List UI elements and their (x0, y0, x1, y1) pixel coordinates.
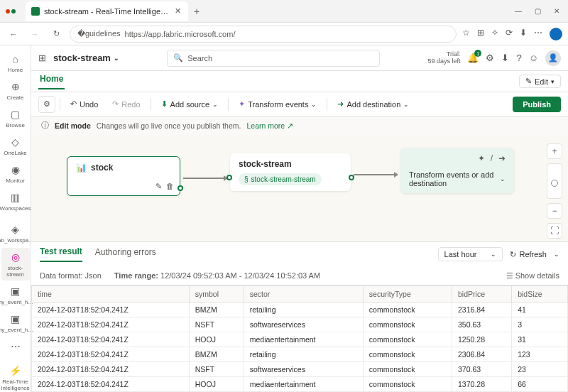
undo-button[interactable]: ↶Undo (65, 97, 104, 111)
chart-icon: 📊 (76, 163, 87, 173)
column-header[interactable]: securityType (363, 286, 452, 303)
tab-home[interactable]: Home (38, 74, 65, 89)
learn-more-link[interactable]: Learn more ↗ (246, 121, 293, 130)
forward-icon: → (27, 26, 43, 42)
minimize-icon[interactable]: — (515, 7, 522, 15)
table-row[interactable]: 2024-12-03T18:52:04.241ZBMZMretailingcom… (32, 303, 568, 317)
collapse-icon[interactable]: ⌄ (554, 251, 559, 258)
collections-icon[interactable]: ⊞ (477, 28, 484, 40)
close-tab-icon[interactable]: ✕ (173, 6, 182, 16)
rail-more[interactable]: ⋯ (1, 337, 30, 356)
table-row[interactable]: 2024-12-03T18:52:04.241ZHOOJmediaenterta… (32, 377, 568, 392)
column-header[interactable]: symbol (189, 286, 244, 303)
delete-node-icon[interactable]: 🗑 (166, 182, 174, 191)
download-icon[interactable]: ⬇ (501, 53, 509, 63)
close-window-icon[interactable]: ✕ (554, 7, 559, 15)
zoom-out-button[interactable]: − (547, 203, 562, 219)
profile-icon[interactable] (550, 28, 562, 40)
app-launcher-icon[interactable]: ⊞ (38, 53, 46, 63)
edit-node-icon[interactable]: ✎ (155, 182, 162, 191)
node-stock[interactable]: 📊stock ✎🗑 (67, 156, 180, 196)
connector-1 (183, 178, 227, 179)
results-table[interactable]: timesymbolsectorsecurityTypebidPricebidS… (31, 285, 568, 392)
refresh-button[interactable]: ↻Refresh (510, 250, 547, 259)
publish-button[interactable]: Publish (513, 97, 561, 112)
settings-icon[interactable]: ⚙ (486, 53, 494, 63)
transform-button[interactable]: ✦Transform events⌄ (233, 97, 322, 111)
rail-create[interactable]: ⊕Create (1, 77, 30, 104)
edit-button[interactable]: ✎Edit▾ (519, 75, 561, 88)
address-bar: ← → ↻ �guidelines https://app.fabric.mic… (0, 23, 568, 45)
back-icon[interactable]: ← (6, 26, 21, 42)
output-port[interactable] (349, 175, 354, 180)
output-port[interactable] (178, 185, 183, 191)
pencil-icon: ✎ (525, 77, 532, 86)
url-input[interactable]: �guidelines https://app.fabric.microsoft… (70, 26, 457, 43)
sync-icon[interactable]: ⟳ (506, 28, 513, 40)
notifications-icon[interactable]: 🔔 (467, 53, 479, 63)
rail-event-house-2[interactable]: ▣my_event_h… (1, 310, 30, 336)
info-icon: ⓘ (41, 121, 49, 131)
download-icon[interactable]: ⬇ (520, 28, 527, 40)
realtime-icon: ⚡ (9, 364, 22, 377)
star-icon[interactable]: ☆ (462, 28, 470, 40)
column-header[interactable]: bidSize (512, 286, 568, 303)
folder-icon: ▢ (9, 108, 22, 121)
extensions-icon[interactable]: ✧ (491, 28, 498, 40)
avatar[interactable]: 👤 (545, 50, 561, 66)
feedback-icon[interactable]: ☺ (529, 53, 538, 63)
tab-test-result[interactable]: Test result (40, 246, 82, 262)
input-port[interactable] (226, 175, 232, 180)
rail-stock-stream[interactable]: ◎stock-stream (1, 248, 30, 281)
lock-icon: �guidelines (77, 29, 121, 38)
rail-monitor[interactable]: ◉Monitor (1, 160, 30, 187)
maximize-icon[interactable]: ▢ (535, 7, 541, 15)
rail-onelake[interactable]: ◇OneLake (1, 133, 30, 159)
canvas[interactable]: 📊stock ✎🗑 stock-stream §stock-stream-str… (31, 135, 568, 241)
plus-icon: ⊕ (9, 80, 22, 93)
time-filter-dropdown[interactable]: Last hour⌄ (438, 247, 503, 261)
settings-button[interactable]: ⚙ (38, 96, 55, 113)
transform-icon: ✦ (239, 99, 245, 109)
transform-icon: ✦ (478, 153, 485, 163)
show-details-link[interactable]: ☰ Show details (506, 271, 559, 281)
add-source-button[interactable]: ⬇Add source⌄ (155, 97, 224, 111)
top-bar: ⊞ stock-stream⌄ 🔍Search Trial:59 days le… (31, 45, 568, 71)
stream-pill[interactable]: §stock-stream-stream (239, 173, 322, 185)
table-row[interactable]: 2024-12-03T18:52:04.241ZHOOJmediaenterta… (32, 332, 568, 347)
node-stream[interactable]: stock-stream §stock-stream-stream (230, 153, 351, 191)
new-tab-button[interactable]: + (194, 6, 200, 17)
zoom-in-button[interactable]: + (547, 143, 562, 159)
table-row[interactable]: 2024-12-03T18:52:04.241ZNSFTsoftwareserv… (32, 362, 568, 377)
chevron-down-icon[interactable]: ⌄ (500, 175, 506, 183)
add-destination-button[interactable]: ➜Add destination⌄ (332, 97, 415, 111)
table-row[interactable]: 2024-12-03T18:52:04.241ZNSFTsoftwareserv… (32, 317, 568, 332)
column-header[interactable]: bidPrice (452, 286, 512, 303)
rail-workspaces[interactable]: ▥Workspaces (1, 188, 30, 214)
zoom-controls: + − ⛶ (547, 143, 562, 239)
zoom-slider[interactable] (547, 163, 562, 199)
column-header[interactable]: sector (244, 286, 363, 303)
browser-titlebar: stock-stream - Real-Time Intellige… ✕ + … (0, 0, 568, 23)
tab-authoring-errors[interactable]: Authoring errors (95, 247, 156, 261)
eventhouse-icon: ▣ (9, 285, 22, 298)
source-icon: ⬇ (161, 99, 168, 109)
menu-icon[interactable]: ⋯ (534, 28, 542, 40)
search-input[interactable]: 🔍Search (167, 50, 380, 67)
url-text: https://app.fabric.microsoft.com/ (125, 30, 236, 38)
rail-browse[interactable]: ▢Browse (1, 105, 30, 131)
fit-button[interactable]: ⛶ (547, 223, 562, 239)
output-icon: ➜ (498, 153, 506, 163)
column-header[interactable]: time (32, 286, 190, 303)
browser-tab[interactable]: stock-stream - Real-Time Intellige… ✕ (26, 1, 188, 21)
rail-event-house-1[interactable]: ▣my_event_h… (1, 282, 30, 308)
reload-icon[interactable]: ↻ (48, 26, 64, 42)
node-destination[interactable]: ✦/➜ Transform events or add destination⌄ (400, 148, 514, 193)
breadcrumb[interactable]: stock-stream⌄ (53, 53, 119, 63)
rail-fab-workspace[interactable]: ◈fab_workspa… (1, 220, 30, 246)
help-icon[interactable]: ? (516, 53, 521, 63)
rail-home[interactable]: ⌂Home (1, 50, 30, 76)
rail-realtime[interactable]: ⚡Real-Time Intelligence (1, 361, 30, 392)
table-row[interactable]: 2024-12-03T18:52:04.241ZBMZMretailingcom… (32, 347, 568, 362)
ribbon-tabs: Home ✎Edit▾ (31, 71, 568, 92)
